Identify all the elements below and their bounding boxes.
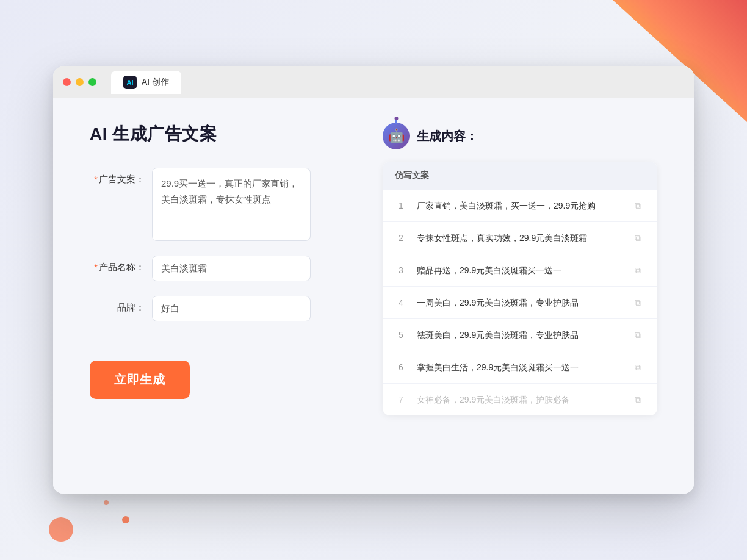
right-panel: 🤖 生成内容： 仿写文案 1 厂家直销，美白淡斑霜，买一送一，29.9元抢购 ⧉… xyxy=(383,123,657,469)
row-text-3: 赠品再送，29.9元美白淡斑霜买一送一 xyxy=(417,264,621,277)
row-text-2: 专抹女性斑点，真实功效，29.9元美白淡斑霜 xyxy=(417,232,621,245)
result-title: 生成内容： xyxy=(417,128,478,145)
copy-icon-1[interactable]: ⧉ xyxy=(630,198,645,213)
table-row: 6 掌握美白生活，29.9元美白淡斑霜买一送一 ⧉ xyxy=(383,351,657,384)
product-name-input[interactable] xyxy=(152,256,311,281)
copy-icon-2[interactable]: ⧉ xyxy=(630,231,645,245)
row-text-6: 掌握美白生活，29.9元美白淡斑霜买一送一 xyxy=(417,361,621,374)
traffic-lights xyxy=(63,78,96,86)
row-text-5: 祛斑美白，29.9元美白淡斑霜，专业护肤品 xyxy=(417,329,621,342)
required-star-1: * xyxy=(94,174,98,184)
browser-window: AI AI 创作 AI 生成广告文案 *广告文案： 29.9买一送一，真正的厂家… xyxy=(53,66,694,494)
ai-tab-icon: AI xyxy=(123,76,137,89)
row-text-4: 一周美白，29.9元美白淡斑霜，专业护肤品 xyxy=(417,296,621,309)
row-num-5: 5 xyxy=(395,330,407,340)
copy-icon-4[interactable]: ⧉ xyxy=(630,295,645,310)
brand-group: 品牌： xyxy=(90,296,346,321)
copy-icon-5[interactable]: ⧉ xyxy=(630,328,645,342)
robot-antenna xyxy=(395,119,397,124)
table-row: 3 赠品再送，29.9元美白淡斑霜买一送一 ⧉ xyxy=(383,254,657,287)
row-num-3: 3 xyxy=(395,265,407,275)
row-num-7: 7 xyxy=(395,395,407,404)
ad-copy-label: *广告文案： xyxy=(90,168,145,185)
title-bar: AI AI 创作 xyxy=(53,66,694,98)
page-title: AI 生成广告文案 xyxy=(90,123,346,146)
generate-button[interactable]: 立即生成 xyxy=(90,361,190,399)
minimize-button[interactable] xyxy=(76,78,84,86)
maximize-button[interactable] xyxy=(88,78,96,86)
decorative-dot-1 xyxy=(122,516,129,523)
tab-ai[interactable]: AI AI 创作 xyxy=(111,71,181,94)
ad-copy-group: *广告文案： 29.9买一送一，真正的厂家直销，美白淡斑霜，专抹女性斑点 xyxy=(90,168,346,241)
result-header: 🤖 生成内容： xyxy=(383,123,657,149)
left-panel: AI 生成广告文案 *广告文案： 29.9买一送一，真正的厂家直销，美白淡斑霜，… xyxy=(90,123,346,469)
row-num-1: 1 xyxy=(395,201,407,210)
product-name-group: *产品名称： xyxy=(90,256,346,281)
copy-icon-7[interactable]: ⧉ xyxy=(630,392,645,407)
table-row: 7 女神必备，29.9元美白淡斑霜，护肤必备 ⧉ xyxy=(383,384,657,415)
main-content: AI 生成广告文案 *广告文案： 29.9买一送一，真正的厂家直销，美白淡斑霜，… xyxy=(53,98,694,494)
decorative-dot-2 xyxy=(104,500,109,505)
table-row: 4 一周美白，29.9元美白淡斑霜，专业护肤品 ⧉ xyxy=(383,287,657,319)
close-button[interactable] xyxy=(63,78,71,86)
table-row: 1 厂家直销，美白淡斑霜，买一送一，29.9元抢购 ⧉ xyxy=(383,190,657,222)
table-header: 仿写文案 xyxy=(383,162,657,190)
brand-input[interactable] xyxy=(152,296,311,321)
brand-label: 品牌： xyxy=(90,296,145,314)
result-table: 仿写文案 1 厂家直销，美白淡斑霜，买一送一，29.9元抢购 ⧉ 2 专抹女性斑… xyxy=(383,162,657,415)
row-num-2: 2 xyxy=(395,233,407,243)
product-name-label: *产品名称： xyxy=(90,256,145,273)
row-num-4: 4 xyxy=(395,298,407,307)
table-row: 5 祛斑美白，29.9元美白淡斑霜，专业护肤品 ⧉ xyxy=(383,319,657,351)
required-star-2: * xyxy=(94,262,98,272)
row-text-7: 女神必备，29.9元美白淡斑霜，护肤必备 xyxy=(417,393,621,406)
row-text-1: 厂家直销，美白淡斑霜，买一送一，29.9元抢购 xyxy=(417,199,621,212)
row-num-6: 6 xyxy=(395,362,407,372)
table-row: 2 专抹女性斑点，真实功效，29.9元美白淡斑霜 ⧉ xyxy=(383,222,657,254)
ad-copy-textarea[interactable]: 29.9买一送一，真正的厂家直销，美白淡斑霜，专抹女性斑点 xyxy=(152,168,311,241)
tab-label: AI 创作 xyxy=(142,77,169,88)
copy-icon-6[interactable]: ⧉ xyxy=(630,360,645,375)
robot-icon: 🤖 xyxy=(383,123,410,149)
copy-icon-3[interactable]: ⧉ xyxy=(630,263,645,278)
